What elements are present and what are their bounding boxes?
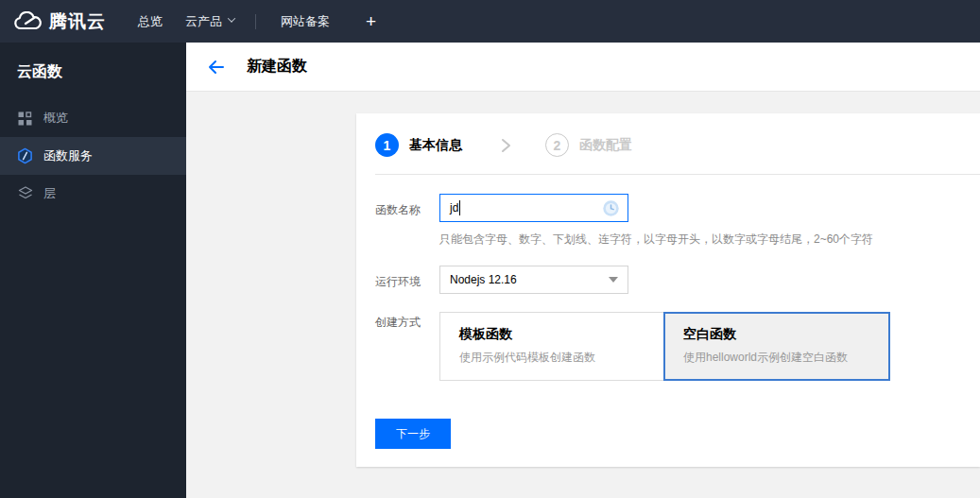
- page-title: 新建函数: [247, 57, 307, 77]
- nav-item-website-icp-label: 网站备案: [281, 13, 330, 30]
- function-name-label: 函数名称: [375, 194, 439, 248]
- step-function-config: 2 函数配置: [545, 133, 632, 157]
- create-function-panel: 1 基本信息 2 函数配置 函数名称: [356, 113, 980, 467]
- nav-item-cloud-products-label: 云产品: [185, 13, 222, 30]
- page-header: 新建函数: [186, 43, 980, 92]
- creation-method-cards: 模板函数 使用示例代码模板创建函数 空白函数 使用helloworld示例创建空…: [439, 312, 890, 381]
- step-1-label: 基本信息: [409, 137, 462, 154]
- grid-icon: [17, 111, 33, 127]
- create-function-form: 函数名称 jd: [356, 175, 980, 449]
- function-name-helper: 只能包含字母、数字、下划线、连字符，以字母开头，以数字或字母结尾，2~60个字符: [439, 232, 873, 248]
- clock-icon: [602, 199, 620, 217]
- runtime-label: 运行环境: [375, 266, 439, 294]
- step-2-circle: 2: [545, 133, 569, 157]
- step-indicator: 1 基本信息 2 函数配置: [356, 113, 980, 174]
- sidebar-item-overview-label: 概览: [43, 110, 68, 127]
- nav-item-overview-label: 总览: [138, 13, 163, 30]
- tencent-cloud-brand[interactable]: 腾讯云: [13, 9, 106, 34]
- add-tab-button[interactable]: +: [358, 11, 384, 32]
- step-1-circle: 1: [375, 133, 399, 157]
- sidebar-item-overview[interactable]: 概览: [0, 99, 186, 137]
- blank-function-card[interactable]: 空白函数 使用helloworld示例创建空白函数: [663, 312, 890, 381]
- nav-item-website-icp[interactable]: 网站备案: [269, 13, 341, 30]
- sidebar-item-layers[interactable]: 层: [0, 175, 186, 213]
- scf-hexagon-icon: [17, 148, 33, 164]
- sidebar-title: 云函数: [0, 43, 186, 99]
- nav-item-cloud-products[interactable]: 云产品: [174, 13, 246, 30]
- top-navbar: 腾讯云 总览 云产品 网站备案 +: [0, 0, 980, 43]
- content-area: 1 基本信息 2 函数配置 函数名称: [186, 92, 980, 497]
- sidebar-item-function-service[interactable]: 函数服务: [0, 137, 186, 175]
- runtime-row: 运行环境 Nodejs 12.16: [375, 266, 961, 294]
- template-function-title: 模板函数: [459, 326, 663, 343]
- nav-divider: [255, 14, 256, 29]
- step-2-label: 函数配置: [579, 137, 632, 154]
- sidebar-item-function-service-label: 函数服务: [43, 147, 93, 164]
- nav-links: 总览 云产品 网站备案 +: [127, 11, 384, 32]
- creation-method-row: 创建方式 模板函数 使用示例代码模板创建函数 空白函数 使用helloworld…: [375, 312, 961, 381]
- main-area: 新建函数 1 基本信息 2 函数配置: [186, 43, 980, 498]
- template-function-description: 使用示例代码模板创建函数: [459, 350, 663, 366]
- next-step-button[interactable]: 下一步: [375, 419, 451, 449]
- tencent-cloud-logo-icon: [13, 11, 42, 32]
- runtime-select[interactable]: Nodejs 12.16: [439, 266, 628, 294]
- back-button[interactable]: [207, 58, 226, 77]
- nav-item-overview[interactable]: 总览: [127, 13, 174, 30]
- creation-method-label: 创建方式: [375, 312, 439, 381]
- sidebar: 云函数 概览 函数服务 层: [0, 43, 186, 498]
- runtime-selected-value: Nodejs 12.16: [450, 273, 517, 286]
- function-name-input[interactable]: jd: [439, 194, 628, 222]
- text-cursor: [459, 200, 460, 215]
- blank-function-title: 空白函数: [683, 326, 888, 343]
- sidebar-item-layers-label: 层: [43, 185, 56, 202]
- function-name-row: 函数名称 jd: [375, 194, 961, 248]
- chevron-right-icon: [500, 137, 511, 154]
- blank-function-description: 使用helloworld示例创建空白函数: [683, 350, 888, 366]
- caret-down-icon: [609, 277, 618, 283]
- arrow-left-icon: [207, 60, 225, 75]
- template-function-card[interactable]: 模板函数 使用示例代码模板创建函数: [439, 312, 664, 381]
- step-basic-info: 1 基本信息: [375, 133, 462, 157]
- chevron-down-icon: [228, 14, 235, 22]
- function-name-value: jd: [450, 201, 458, 215]
- brand-name: 腾讯云: [49, 9, 106, 34]
- layers-icon: [17, 186, 33, 202]
